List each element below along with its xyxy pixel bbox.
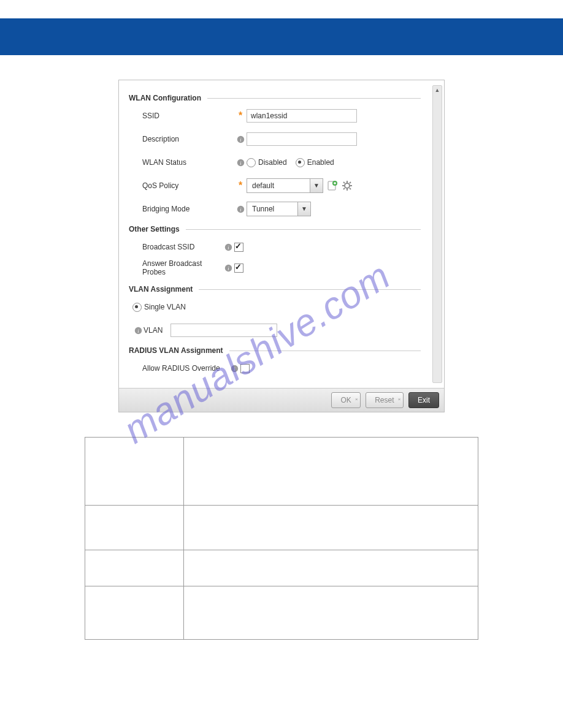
svg-text:i: i bbox=[228, 266, 229, 271]
row-description: Description i bbox=[142, 132, 434, 146]
svg-text:i: i bbox=[137, 328, 139, 334]
answer-probes-checkbox[interactable] bbox=[234, 264, 243, 273]
section-title: Other Settings bbox=[129, 225, 180, 233]
vlan-label: VLAN bbox=[144, 326, 170, 335]
answer-probes-label: Answer Broadcast Probes bbox=[142, 259, 222, 276]
status-enabled-radio[interactable] bbox=[296, 158, 305, 167]
table-row bbox=[85, 550, 478, 586]
section-title: RADIUS VLAN Assignment bbox=[129, 346, 223, 355]
svg-line-14 bbox=[350, 182, 351, 183]
allow-radius-override-label: Allow RADIUS Override bbox=[142, 364, 228, 373]
description-label: Description bbox=[142, 135, 234, 143]
section-divider bbox=[229, 351, 421, 351]
bridging-mode-value: Tunnel bbox=[247, 202, 297, 216]
section-radius-vlan: RADIUS VLAN Assignment bbox=[129, 346, 434, 355]
page-header-banner bbox=[0, 18, 563, 55]
row-bridging-mode: Bridging Mode i Tunnel ▼ bbox=[142, 202, 434, 216]
reset-button[interactable]: Reset× bbox=[366, 392, 403, 408]
section-divider bbox=[186, 229, 421, 230]
status-disabled-label: Disabled bbox=[258, 158, 287, 167]
info-icon[interactable]: i bbox=[134, 327, 142, 335]
row-broadcast-ssid: Broadcast SSID i bbox=[142, 240, 434, 254]
description-input[interactable] bbox=[247, 132, 357, 146]
exit-button[interactable]: Exit bbox=[408, 392, 439, 408]
single-vlan-label: Single VLAN bbox=[144, 303, 186, 311]
qos-policy-label: QoS Policy bbox=[142, 181, 234, 190]
svg-line-11 bbox=[343, 182, 345, 183]
close-icon: × bbox=[355, 392, 358, 407]
row-ssid: SSID * bbox=[142, 108, 434, 123]
svg-line-13 bbox=[343, 188, 345, 189]
row-qos-policy: QoS Policy * default ▼ bbox=[142, 178, 434, 193]
row-single-vlan: Single VLAN bbox=[132, 300, 434, 314]
section-title: VLAN Assignment bbox=[129, 285, 193, 294]
section-other-settings: Other Settings bbox=[129, 225, 434, 233]
row-wlan-status: WLAN Status i Disabled Enabled bbox=[142, 155, 434, 170]
broadcast-ssid-checkbox[interactable] bbox=[234, 243, 243, 252]
bridging-mode-label: Bridging Mode bbox=[142, 205, 234, 213]
chevron-down-icon[interactable]: ▼ bbox=[297, 202, 310, 216]
svg-text:i: i bbox=[240, 207, 241, 213]
ssid-label: SSID bbox=[142, 112, 234, 120]
ssid-input[interactable] bbox=[247, 109, 357, 123]
close-icon: × bbox=[398, 392, 401, 407]
info-icon[interactable]: i bbox=[237, 205, 245, 213]
info-icon[interactable]: i bbox=[224, 243, 232, 251]
gear-icon[interactable] bbox=[342, 180, 353, 191]
section-wlan-configuration: WLAN Configuration bbox=[129, 94, 434, 102]
chevron-down-icon[interactable]: ▼ bbox=[310, 179, 323, 192]
table-row bbox=[85, 505, 478, 550]
bridging-mode-select[interactable]: Tunnel ▼ bbox=[247, 202, 311, 216]
status-disabled-radio[interactable] bbox=[247, 158, 256, 167]
svg-point-6 bbox=[345, 183, 350, 188]
single-vlan-radio[interactable] bbox=[132, 303, 142, 312]
wlan-config-dialog: ▲ WLAN Configuration SSID * Description … bbox=[118, 80, 445, 412]
section-vlan-assignment: VLAN Assignment bbox=[129, 285, 434, 294]
vlan-input[interactable] bbox=[170, 324, 277, 337]
allow-radius-override-checkbox[interactable] bbox=[240, 364, 250, 373]
row-vlan: i VLAN bbox=[132, 323, 434, 338]
row-allow-radius-override: Allow RADIUS Override i bbox=[142, 361, 434, 376]
scrollbar[interactable]: ▲ bbox=[432, 85, 442, 383]
svg-text:i: i bbox=[234, 366, 235, 372]
table-row bbox=[85, 438, 478, 505]
info-icon[interactable]: i bbox=[237, 159, 245, 167]
svg-text:i: i bbox=[240, 137, 241, 143]
section-divider bbox=[199, 289, 421, 290]
svg-text:i: i bbox=[240, 161, 241, 166]
dialog-footer: OK× Reset× Exit bbox=[119, 388, 444, 412]
qos-policy-value: default bbox=[247, 179, 310, 192]
info-icon[interactable]: i bbox=[237, 135, 245, 143]
qos-policy-select[interactable]: default ▼ bbox=[247, 178, 323, 193]
scroll-up-icon[interactable]: ▲ bbox=[434, 86, 441, 94]
svg-line-12 bbox=[350, 188, 351, 189]
info-icon[interactable]: i bbox=[231, 365, 239, 373]
required-icon: * bbox=[239, 110, 242, 121]
status-enabled-label: Enabled bbox=[307, 158, 334, 167]
svg-text:i: i bbox=[228, 245, 229, 251]
add-policy-icon[interactable] bbox=[327, 180, 338, 191]
wlan-status-label: WLAN Status bbox=[142, 158, 234, 167]
broadcast-ssid-label: Broadcast SSID bbox=[142, 243, 222, 251]
section-divider bbox=[207, 98, 421, 99]
required-icon: * bbox=[239, 180, 242, 191]
section-title: WLAN Configuration bbox=[129, 94, 201, 102]
row-answer-probes: Answer Broadcast Probes i bbox=[142, 259, 434, 276]
description-table bbox=[85, 437, 478, 640]
info-icon[interactable]: i bbox=[224, 264, 232, 272]
table-row bbox=[85, 586, 478, 639]
ok-button[interactable]: OK× bbox=[331, 392, 360, 408]
